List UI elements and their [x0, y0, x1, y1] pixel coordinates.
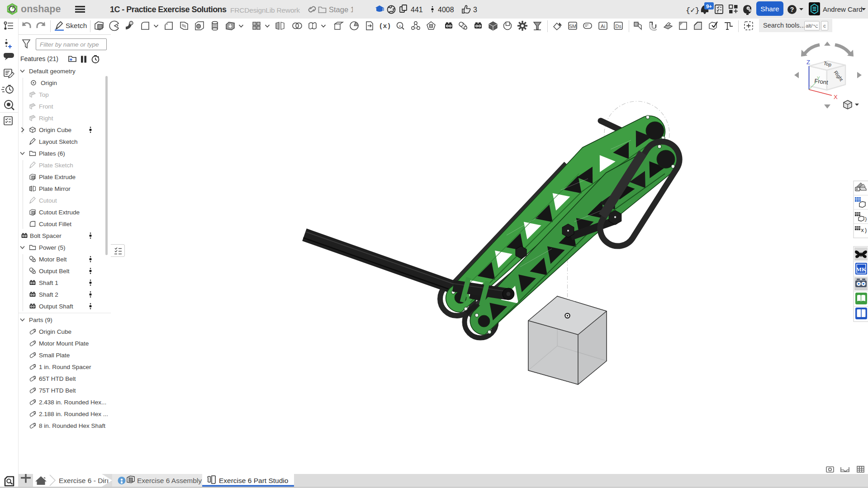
- svg-text:?: ?: [790, 6, 794, 13]
- svg-text:Exercise 6 Part Studio: Exercise 6 Part Studio: [219, 477, 288, 484]
- svg-text:Exercise 6 Assembly: Exercise 6 Assembly: [137, 477, 202, 484]
- svg-text:Y: Y: [817, 76, 820, 81]
- svg-text:Right: Right: [39, 115, 53, 122]
- svg-text:{✓}: {✓}: [686, 6, 700, 15]
- svg-text:x): x): [861, 227, 867, 234]
- svg-text:4008: 4008: [438, 6, 454, 14]
- svg-text:9+: 9+: [706, 4, 712, 9]
- svg-text:Origin: Origin: [41, 80, 57, 86]
- svg-text:8 in. Rounded Hex Shaft: 8 in. Rounded Hex Shaft: [39, 422, 105, 429]
- svg-text:2.188 in. Rounded Hex ...: 2.188 in. Rounded Hex ...: [39, 411, 108, 417]
- svg-text:Bolt Spacer: Bolt Spacer: [30, 232, 62, 239]
- svg-text:MK: MK: [856, 266, 867, 273]
- svg-text:Front: Front: [39, 103, 53, 110]
- svg-text:Cutout: Cutout: [39, 197, 57, 204]
- svg-text:Share: Share: [760, 5, 779, 13]
- svg-text:Power (5): Power (5): [39, 244, 66, 251]
- svg-text:}: }: [864, 217, 868, 222]
- svg-text:Origin Cube: Origin Cube: [39, 328, 71, 335]
- svg-text:X: X: [834, 94, 838, 100]
- svg-text:3: 3: [473, 6, 477, 14]
- svg-text:Origin Cube: Origin Cube: [39, 127, 71, 133]
- svg-text:Exercise 6 - Dirı: Exercise 6 - Dirı: [59, 477, 109, 484]
- svg-text:Plates (6): Plates (6): [39, 150, 65, 157]
- svg-text:Default geometry: Default geometry: [29, 68, 76, 75]
- svg-text:Plate Extrude: Plate Extrude: [39, 174, 76, 180]
- svg-text:Plate Sketch: Plate Sketch: [39, 162, 73, 169]
- svg-text:65T HTD Belt: 65T HTD Belt: [39, 375, 76, 382]
- svg-text:441: 441: [411, 6, 423, 14]
- svg-text:Z: Z: [806, 59, 810, 66]
- svg-text:Plate Mirror: Plate Mirror: [39, 185, 71, 192]
- svg-text:Motor Belt: Motor Belt: [39, 256, 67, 263]
- svg-text:Shaft 2: Shaft 2: [39, 291, 58, 298]
- svg-text:Sketch: Sketch: [66, 22, 87, 29]
- svg-text:Top: Top: [39, 91, 49, 98]
- svg-text:Shaft 1: Shaft 1: [39, 280, 58, 286]
- svg-text:Motor Mount Plate: Motor Mount Plate: [39, 340, 89, 347]
- svg-text:Andrew Card: Andrew Card: [823, 5, 863, 13]
- svg-text:Cutout Fillet: Cutout Fillet: [39, 221, 71, 227]
- svg-text:2.438 in. Rounded Hex...: 2.438 in. Rounded Hex...: [39, 399, 106, 406]
- svg-text:1 in. Round Spacer: 1 in. Round Spacer: [39, 364, 91, 370]
- svg-text:Parts (9): Parts (9): [29, 317, 52, 323]
- svg-text:Output Belt: Output Belt: [39, 268, 70, 275]
- svg-text:Stage 1: Stage 1: [329, 5, 353, 14]
- svg-text:Output Shaft: Output Shaft: [39, 303, 73, 310]
- svg-text:Cutout Extrude: Cutout Extrude: [39, 209, 80, 216]
- svg-text:Small Plate: Small Plate: [39, 352, 70, 359]
- svg-text:75T HTD Belt: 75T HTD Belt: [39, 387, 76, 394]
- svg-text:Layout Sketch: Layout Sketch: [39, 138, 78, 145]
